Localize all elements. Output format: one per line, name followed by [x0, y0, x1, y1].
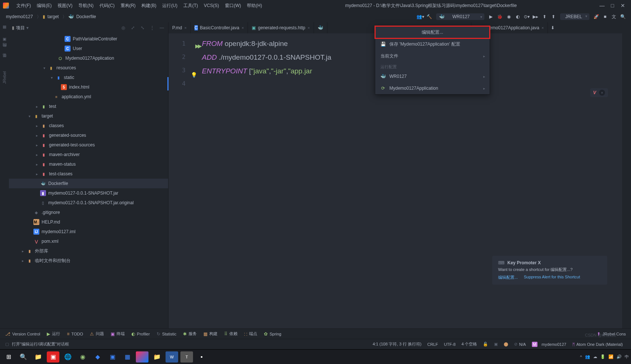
bookmark-stripe[interactable]: 书签	[2, 59, 7, 62]
close-icon[interactable]: ×	[542, 26, 544, 30]
start-icon[interactable]: ⊞	[2, 351, 15, 363]
menu-save-config[interactable]: 💾保存 'Mydemo0127Application' 配置	[375, 38, 490, 50]
menu-config-wr0127[interactable]: 🐳WR0127▸	[375, 70, 490, 82]
terminal-icon[interactable]: ▪	[195, 351, 208, 363]
tree-item[interactable]: CUser	[9, 44, 168, 53]
status-line-sep[interactable]: CRLF	[424, 342, 441, 347]
vscode-icon[interactable]: ◆	[91, 351, 104, 363]
menu-file[interactable]: 文件(F)	[13, 3, 34, 9]
tab-requests[interactable]: ▣generated-requests.http×	[248, 22, 314, 33]
project-tree[interactable]: CPathVariableController CUser ⬡Mydemo012…	[9, 33, 168, 328]
jrebel-selector[interactable]: JREBEL	[560, 13, 589, 20]
explorer2-icon[interactable]: 📁	[151, 351, 163, 363]
tool-window-icon[interactable]: ▢	[5, 342, 9, 347]
close-icon[interactable]: ×	[308, 26, 310, 30]
menu-window[interactable]: 窗口(W)	[222, 3, 244, 9]
bookmarks-stripe-icon[interactable]: ▣	[3, 37, 6, 42]
tool-problems[interactable]: ⚠问题	[90, 331, 104, 337]
tool-version-control[interactable]: ⎇Version Control	[5, 331, 40, 337]
close-icon[interactable]: ×	[184, 26, 186, 30]
translate-icon[interactable]: 文	[609, 12, 618, 21]
project-stripe-icon[interactable]: ▦	[3, 24, 6, 29]
notification-link-edit[interactable]: 编辑配置...	[498, 275, 518, 280]
menu-help[interactable]: 帮助(H)	[244, 3, 265, 9]
word-icon[interactable]: W	[166, 351, 178, 363]
intention-bulb-icon[interactable]: 💡	[191, 72, 197, 78]
tree-item-dockerfile[interactable]: 🐳Dockerfile	[9, 179, 168, 188]
build-icon[interactable]: 🔨	[425, 12, 434, 21]
jrebel-debug-icon[interactable]: ⬆	[549, 12, 558, 21]
tab-help-md[interactable]: P.md×	[169, 22, 191, 33]
app-blue-icon[interactable]: ▣	[106, 351, 119, 363]
menu-edit[interactable]: 编辑(E)	[34, 3, 55, 9]
menu-refactor[interactable]: 重构(R)	[118, 3, 139, 9]
status-db-icon[interactable]: ▣	[491, 342, 501, 347]
menu-view[interactable]: 视图(V)	[55, 3, 75, 9]
profile-icon[interactable]: ◐	[513, 12, 522, 21]
status-encoding[interactable]: UTF-8	[441, 342, 458, 347]
tray-people-icon[interactable]: 👥	[585, 354, 590, 359]
tool-todo[interactable]: ≡TODO	[67, 331, 83, 337]
debug-icon[interactable]: 🐞	[496, 12, 504, 21]
tree-item[interactable]: ◆.gitignore	[9, 208, 168, 217]
tree-item[interactable]: ▸▮generated-test-sources	[9, 140, 168, 150]
menu-current-file[interactable]: 当前文件▸	[375, 50, 490, 62]
tree-item[interactable]: 5index.html	[9, 82, 168, 92]
tree-item[interactable]: ▸▮classes	[9, 121, 168, 130]
menu-vcs[interactable]: VCS(S)	[201, 3, 222, 8]
tree-item[interactable]: IJmydemo0127.iml	[9, 227, 168, 236]
search-icon[interactable]: 🔍	[17, 351, 30, 363]
jrebel-run-icon[interactable]: ⬆	[540, 12, 549, 21]
project-view-selector[interactable]: ▮ 项目 ▾	[12, 25, 29, 31]
jrebel-stripe[interactable]: JRebel	[2, 70, 7, 85]
tree-item[interactable]: ▸▮临时文件和控制台	[9, 256, 168, 265]
run-config-selector[interactable]: 🐳 WR0127	[436, 13, 484, 20]
tree-item[interactable]: ⋁pom.xml	[9, 236, 168, 246]
target-icon[interactable]: ◎	[120, 25, 127, 30]
vmware-icon[interactable]: ▦	[121, 351, 134, 363]
menu-tools[interactable]: 工具(T)	[180, 3, 201, 9]
tool-profiler[interactable]: ◐Profiler	[131, 331, 150, 337]
tree-item[interactable]: ▸▮maven-archiver	[9, 150, 168, 159]
collapse-icon[interactable]: ⤡	[139, 25, 146, 30]
tree-item[interactable]: ≡application.yml	[9, 92, 168, 102]
tree-item[interactable]: ▸▮generated-sources	[9, 130, 168, 140]
tool-statistic[interactable]: ↻Statistic	[157, 331, 177, 337]
tool-dependencies[interactable]: ⠿依赖	[224, 331, 238, 337]
more-run-icon[interactable]: ⊙▾	[522, 12, 531, 21]
tree-item[interactable]: ⬡Mydemo0127Application	[9, 53, 168, 63]
status-na[interactable]: ⊘ N/A	[511, 342, 529, 347]
notification-link-suppress[interactable]: Suppress Alert for this Shortcut	[524, 275, 580, 280]
tree-item[interactable]: ▮mydemo0127-0.0.1-SNAPSHOT.jar	[9, 188, 168, 198]
tree-item[interactable]: ▾▮resources	[9, 63, 168, 73]
hide-icon[interactable]: —	[158, 25, 165, 30]
tray-wifi-icon[interactable]: 📶	[608, 354, 614, 359]
status-read-icon[interactable]: 🔓	[480, 342, 491, 347]
tray-ime-icon[interactable]: 中	[625, 354, 629, 360]
tabs-dropdown-icon[interactable]: ⬇	[548, 22, 558, 33]
run-gutter-icon[interactable]: ▶▶	[195, 39, 200, 53]
menu-edit-configurations[interactable]: 编辑配置...	[375, 26, 490, 38]
close-icon[interactable]: ✕	[618, 3, 628, 9]
chrome-icon[interactable]: 🌐	[62, 351, 74, 363]
tree-item[interactable]: CPathVariableController	[9, 34, 168, 44]
tab-basic-controller[interactable]: CBasicController.java×	[191, 22, 248, 33]
breadcrumb-root[interactable]: mydemo0127	[4, 14, 35, 19]
inspection-widget[interactable]: V ×	[590, 88, 608, 97]
tool-endpoints[interactable]: ⸬端点	[244, 331, 257, 337]
coverage-icon[interactable]: ◉	[504, 12, 513, 21]
tray-battery-icon[interactable]: 🔋	[600, 354, 605, 359]
tray-cloud-icon[interactable]: ☁	[593, 354, 597, 359]
menu-code[interactable]: 代码(C)	[97, 3, 118, 9]
tool-run[interactable]: ▶运行	[47, 331, 60, 337]
menu-run[interactable]: 运行(U)	[159, 3, 180, 9]
explorer-icon[interactable]: 📁	[32, 351, 45, 363]
tool-build[interactable]: ▦构建	[203, 331, 218, 337]
tree-item[interactable]: ▸▮test-classes	[9, 169, 168, 179]
stop-icon[interactable]: ■	[601, 12, 609, 21]
tray-volume-icon[interactable]: 🔊	[617, 354, 622, 359]
menu-config-app[interactable]: ⟳Mydemo0127Application▸	[375, 82, 490, 94]
run-icon[interactable]: ▶	[487, 12, 496, 21]
status-project[interactable]: M mydemo0127	[529, 342, 569, 347]
tool-services[interactable]: ✱服务	[183, 331, 197, 337]
